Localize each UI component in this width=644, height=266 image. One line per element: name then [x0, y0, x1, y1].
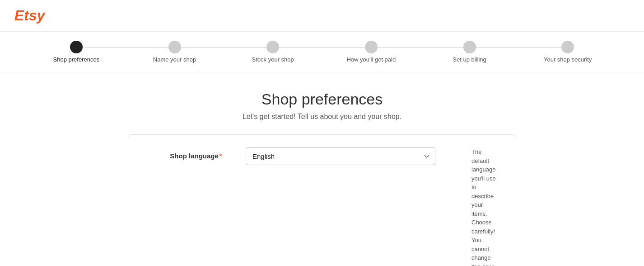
step-dot-your-shop-security	[561, 41, 574, 53]
step-label-name-your-shop: Name your shop	[153, 56, 196, 63]
shop-language-hint-col: The default language you'll use to descr…	[435, 147, 499, 266]
page-title: Shop preferences	[128, 90, 516, 108]
step-dot-name-your-shop	[168, 41, 181, 53]
step-label-your-shop-security: Your shop security	[544, 56, 592, 63]
step-dot-stock-your-shop	[266, 41, 279, 53]
step-name-your-shop: Name your shop	[126, 41, 224, 63]
step-label-stock-your-shop: Stock your shop	[252, 56, 294, 63]
main-content: Shop preferences Let's get started! Tell…	[119, 72, 525, 266]
step-dot-set-up-billing	[463, 41, 476, 53]
etsy-logo[interactable]: Etsy	[14, 7, 45, 24]
page-subtitle: Let's get started! Tell us about you and…	[128, 113, 516, 121]
shop-language-label-col: Shop language*	[146, 147, 246, 160]
step-your-shop-security: Your shop security	[518, 41, 617, 63]
header: Etsy	[0, 0, 644, 32]
step-dot-shop-preferences	[70, 41, 83, 53]
shop-language-hint: The default language you'll use to descr…	[471, 147, 499, 266]
shop-language-row: Shop language* English French German Spa…	[128, 135, 516, 266]
shop-language-input-col: English French German Spanish Japanese C…	[246, 147, 435, 165]
form-card: Shop language* English French German Spa…	[128, 134, 516, 266]
step-label-shop-preferences: Shop preferences	[53, 56, 100, 63]
progress-bar: Shop preferences Name your shop Stock yo…	[0, 32, 644, 72]
step-stock-your-shop: Stock your shop	[224, 41, 322, 63]
shop-language-label: Shop language*	[170, 152, 222, 160]
step-how-youll-get-paid: How you'll get paid	[322, 41, 420, 63]
step-label-set-up-billing: Set up billing	[453, 56, 486, 63]
shop-language-select[interactable]: English French German Spanish Japanese C…	[246, 147, 435, 165]
step-dot-how-youll-get-paid	[365, 41, 378, 53]
step-shop-preferences: Shop preferences	[27, 41, 126, 63]
step-label-how-youll-get-paid: How you'll get paid	[346, 56, 396, 63]
step-set-up-billing: Set up billing	[420, 41, 519, 63]
